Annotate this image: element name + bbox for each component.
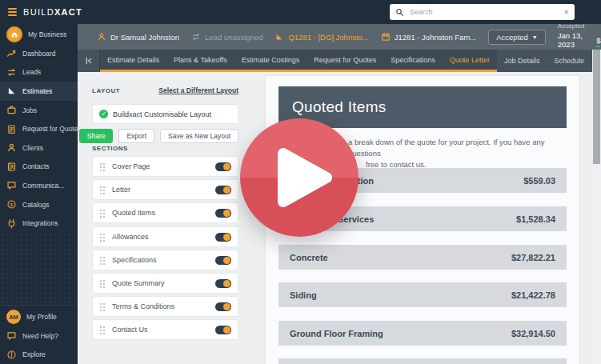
toggle-contact-us[interactable] — [215, 326, 231, 334]
layout-actions: Share Export Save as New Layout — [92, 129, 238, 143]
swap-arrows-icon — [6, 67, 17, 78]
drag-handle-icon[interactable] — [99, 186, 106, 194]
section-row-allowances: Allowances — [92, 226, 238, 247]
drag-handle-icon[interactable] — [99, 256, 106, 265]
play-triangle-icon — [240, 118, 359, 237]
swap-arrows-icon — [191, 32, 201, 42]
toggle-cover-page[interactable] — [215, 162, 231, 171]
toggle-terms-conditions[interactable] — [215, 302, 231, 311]
vertical-scrollbar[interactable] — [592, 50, 601, 364]
sidebar-item-dashboard[interactable]: Dashboard — [0, 44, 78, 63]
drag-handle-icon[interactable] — [99, 209, 106, 218]
quote-item-row: Siding $21,422.78 — [278, 282, 567, 307]
quote-reference-link[interactable]: Q1281 - [DG] Johnsto... — [274, 32, 368, 42]
chevron-down-icon: ▼ — [532, 34, 538, 40]
toggle-quoted-items[interactable] — [215, 209, 231, 218]
collapse-left-icon — [84, 56, 94, 66]
quote-item-row-partial — [278, 358, 567, 364]
drag-handle-icon[interactable] — [99, 233, 106, 242]
clipboard-icon — [6, 124, 17, 134]
search-icon — [395, 8, 404, 17]
collapse-tabs-button[interactable] — [78, 50, 100, 72]
info-circle-icon — [6, 350, 17, 360]
export-button[interactable]: Export — [118, 129, 154, 143]
tab-quote-letter[interactable]: Quote Letter — [443, 56, 497, 64]
sidebar-item-request-for-quotes[interactable]: Request for Quotes — [0, 119, 78, 138]
top-bar: BUILDXACT × — [0, 0, 601, 24]
sidebar-item-my-profile[interactable]: AM My Profile — [0, 307, 78, 326]
dashboard-chart-icon — [6, 48, 17, 58]
drag-handle-icon[interactable] — [99, 302, 106, 311]
sidebar-item-need-help[interactable]: Need Help? — [0, 326, 78, 346]
sidebar-item-catalogs[interactable]: $ Catalogs — [0, 195, 78, 214]
search-clear-icon[interactable]: × — [564, 8, 569, 17]
set-square-icon — [274, 32, 284, 42]
search-input[interactable] — [408, 7, 560, 17]
sidebar-item-clients[interactable]: Clients — [0, 138, 78, 158]
quoted-items-title: Quoted Items — [292, 98, 387, 116]
app-window: BUILDXACT × My Business Dashboard Leads … — [0, 0, 601, 364]
select-different-layout-link[interactable]: Select a Different Layout — [158, 86, 238, 94]
sidebar: My Business Dashboard Leads Estimates Jo… — [0, 24, 78, 364]
sidebar-item-integrations[interactable]: Integrations — [0, 214, 78, 233]
primary-tab-group: Estimate Details Plans & Takeoffs Estima… — [100, 50, 497, 72]
drag-handle-icon[interactable] — [99, 326, 106, 334]
help-chat-icon — [6, 330, 17, 341]
tab-estimate-details[interactable]: Estimate Details — [100, 56, 166, 64]
scrollbar-thumb[interactable] — [593, 50, 600, 164]
hamburger-menu-icon[interactable] — [8, 8, 17, 16]
current-layout-card[interactable]: ✓ Buildxact Customisable Layout — [92, 104, 238, 124]
video-play-button[interactable] — [240, 118, 359, 237]
tab-schedule[interactable]: Schedule — [547, 57, 591, 65]
drag-handle-icon[interactable] — [99, 162, 106, 171]
dollar-circle-icon: $ — [6, 199, 17, 210]
briefcase-icon — [6, 105, 17, 115]
sidebar-item-explore[interactable]: Explore — [0, 345, 78, 364]
accepted-date-value: Jan 13, 2023 — [558, 31, 584, 51]
set-square-icon — [6, 86, 17, 96]
quote-total-value: $468,333.44 — [596, 36, 601, 47]
toggle-letter[interactable] — [215, 186, 231, 194]
toggle-allowances[interactable] — [215, 233, 231, 242]
sidebar-texture — [0, 233, 78, 305]
tab-bar: Estimate Details Plans & Takeoffs Estima… — [78, 50, 601, 72]
sidebar-item-leads[interactable]: Leads — [0, 63, 78, 82]
section-row-contact-us: Contact Us — [92, 319, 238, 340]
sidebar-footer: AM My Profile Need Help? Explore — [0, 305, 78, 364]
user-avatar: AM — [6, 310, 21, 324]
sidebar-item-estimates[interactable]: Estimates — [0, 82, 78, 101]
drag-handle-icon[interactable] — [99, 279, 106, 288]
sidebar-item-jobs[interactable]: Jobs — [0, 101, 78, 120]
toggle-quote-summary[interactable] — [215, 279, 231, 288]
toggle-specifications[interactable] — [215, 256, 231, 265]
status-dropdown[interactable]: Accepted ▼ — [488, 30, 546, 45]
chat-bubble-icon — [6, 180, 17, 190]
layout-panel-header: LAYOUT Select a Different Layout — [92, 86, 238, 94]
quote-total-stat: Quote Total $468,333.44 — [596, 27, 601, 47]
svg-text:$: $ — [10, 202, 14, 207]
sidebar-item-my-business[interactable]: My Business — [0, 24, 78, 44]
person-icon — [6, 142, 17, 153]
tab-job-details[interactable]: Job Details — [497, 57, 547, 65]
quote-item-row: Ground Floor Framing $32,914.50 — [278, 321, 567, 346]
section-row-quote-summary: Quote Summary — [92, 273, 238, 294]
customer-link[interactable]: Dr Samual Johnston — [97, 32, 179, 42]
buildxact-logo-icon — [6, 26, 22, 42]
brand[interactable]: BUILDXACT — [8, 0, 82, 24]
search-box[interactable]: × — [390, 4, 575, 20]
sidebar-item-communications[interactable]: Communica... — [0, 176, 78, 195]
tab-plans-takeoffs[interactable]: Plans & Takeoffs — [166, 56, 234, 64]
section-row-cover-page: Cover Page — [92, 156, 238, 177]
sidebar-item-contacts[interactable]: Contacts — [0, 158, 78, 177]
lead-status[interactable]: Lead unassigned — [191, 32, 262, 42]
save-as-new-layout-button[interactable]: Save as New Layout — [160, 129, 238, 143]
section-row-quoted-items: Quoted Items — [92, 202, 238, 223]
tab-request-for-quotes[interactable]: Request for Quotes — [307, 56, 383, 64]
brand-name: BUILDXACT — [23, 7, 82, 17]
job-reference-link[interactable]: J1281 - Johnston Fam... — [381, 32, 476, 42]
tab-specifications[interactable]: Specifications — [383, 56, 443, 64]
secondary-tab-group: Job Details Schedule Purchase Orders — [497, 50, 601, 72]
quote-item-row: Concrete $27,822.21 — [278, 245, 567, 270]
share-button[interactable]: Share — [79, 129, 114, 143]
tab-estimate-costings[interactable]: Estimate Costings — [234, 56, 307, 64]
